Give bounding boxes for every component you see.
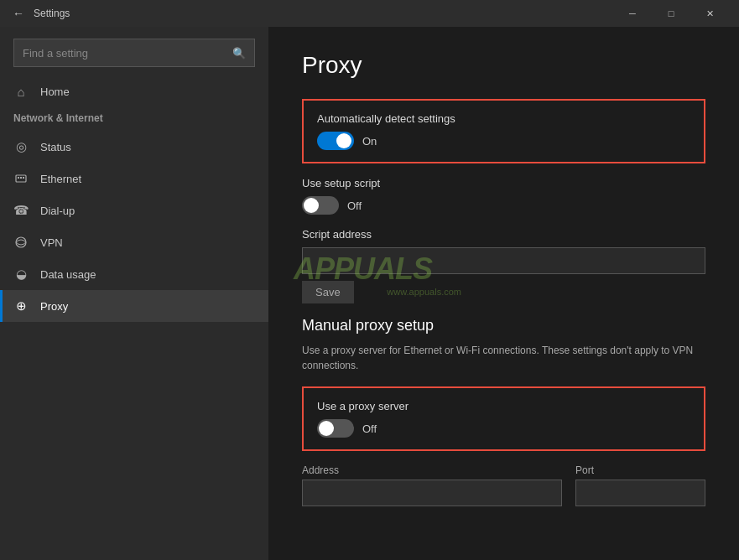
auto-detect-state: On (362, 135, 377, 148)
sidebar-item-datausage[interactable]: ◒ Data usage (0, 258, 268, 290)
use-proxy-state: Off (362, 423, 377, 435)
address-label: Address (302, 464, 562, 476)
sidebar-item-vpn[interactable]: VPN (0, 226, 268, 258)
back-icon: ← (13, 7, 24, 20)
home-icon: ⌂ (13, 84, 29, 99)
sidebar-item-label-status: Status (40, 141, 71, 153)
setup-script-row: Off (302, 196, 705, 215)
titlebar-title: Settings (34, 8, 613, 19)
dialup-icon: ☎ (13, 203, 29, 218)
maximize-button[interactable]: □ (652, 0, 690, 27)
sidebar-item-proxy[interactable]: ⊕ Proxy (0, 290, 268, 322)
sidebar-item-label-vpn: VPN (40, 236, 63, 249)
close-icon: ✕ (706, 8, 714, 19)
titlebar: ← Settings ─ □ ✕ (0, 0, 739, 27)
script-address-input[interactable] (302, 247, 705, 274)
setup-script-toggle-knob (304, 198, 319, 213)
use-proxy-toggle-knob (319, 421, 334, 436)
setup-script-state: Off (347, 200, 362, 212)
port-label: Port (575, 464, 705, 476)
svg-point-4 (16, 237, 26, 247)
ethernet-icon (13, 171, 29, 186)
use-proxy-setting-box: Use a proxy server Off (302, 386, 705, 451)
address-port-row: Address Port (302, 464, 705, 506)
main-panel: Proxy Automatically detect settings On U… (268, 27, 739, 560)
sidebar-category: Network & Internet (0, 107, 268, 131)
sidebar-item-label-ethernet: Ethernet (40, 173, 81, 185)
use-proxy-row: Off (317, 419, 690, 438)
datausage-icon: ◒ (13, 267, 29, 282)
auto-detect-setting-box: Automatically detect settings On (302, 99, 705, 163)
sidebar: 🔍 ⌂ Home Network & Internet ◎ Status (0, 27, 268, 560)
maximize-icon: □ (669, 8, 674, 18)
manual-proxy-desc: Use a proxy server for Ethernet or Wi-Fi… (302, 343, 705, 373)
app-body: 🔍 ⌂ Home Network & Internet ◎ Status (0, 27, 739, 560)
sidebar-item-label-home: Home (40, 86, 70, 98)
manual-proxy-heading: Manual proxy setup (302, 317, 705, 334)
svg-rect-1 (18, 177, 19, 179)
minimize-button[interactable]: ─ (613, 0, 652, 27)
sidebar-item-ethernet[interactable]: Ethernet (0, 163, 268, 194)
page-title: Proxy (302, 52, 705, 79)
close-button[interactable]: ✕ (690, 0, 729, 27)
save-button[interactable]: Save (302, 281, 354, 303)
setup-script-label: Use setup script (302, 177, 705, 189)
address-group: Address (302, 464, 562, 506)
auto-detect-row: On (317, 132, 690, 150)
svg-rect-3 (23, 177, 24, 179)
use-proxy-toggle[interactable] (317, 419, 354, 438)
address-input[interactable] (302, 480, 562, 506)
back-button[interactable]: ← (10, 5, 27, 22)
auto-detect-toggle[interactable] (317, 132, 354, 150)
sidebar-item-home[interactable]: ⌂ Home (0, 75, 268, 107)
search-input[interactable] (23, 47, 232, 60)
use-proxy-label: Use a proxy server (317, 400, 690, 412)
minimize-icon: ─ (629, 8, 636, 18)
window-controls: ─ □ ✕ (613, 0, 729, 27)
sidebar-item-label-datausage: Data usage (40, 268, 96, 281)
sidebar-item-dialup[interactable]: ☎ Dial-up (0, 194, 268, 226)
setup-script-toggle[interactable] (302, 196, 339, 215)
script-address-setting: Script address Save (302, 228, 705, 303)
proxy-icon: ⊕ (13, 298, 29, 314)
svg-rect-2 (20, 177, 22, 179)
sidebar-item-status[interactable]: ◎ Status (0, 131, 268, 163)
auto-detect-toggle-knob (336, 133, 351, 148)
setup-script-setting: Use setup script Off (302, 177, 705, 215)
search-icon: 🔍 (232, 47, 246, 60)
sidebar-item-label-dialup: Dial-up (40, 205, 75, 217)
vpn-icon (13, 235, 29, 250)
search-box[interactable]: 🔍 (13, 39, 255, 67)
auto-detect-label: Automatically detect settings (317, 112, 690, 125)
port-group: Port (575, 464, 705, 506)
sidebar-item-label-proxy: Proxy (40, 300, 68, 313)
script-address-label: Script address (302, 228, 705, 241)
port-input[interactable] (575, 480, 705, 506)
status-icon: ◎ (13, 139, 29, 154)
